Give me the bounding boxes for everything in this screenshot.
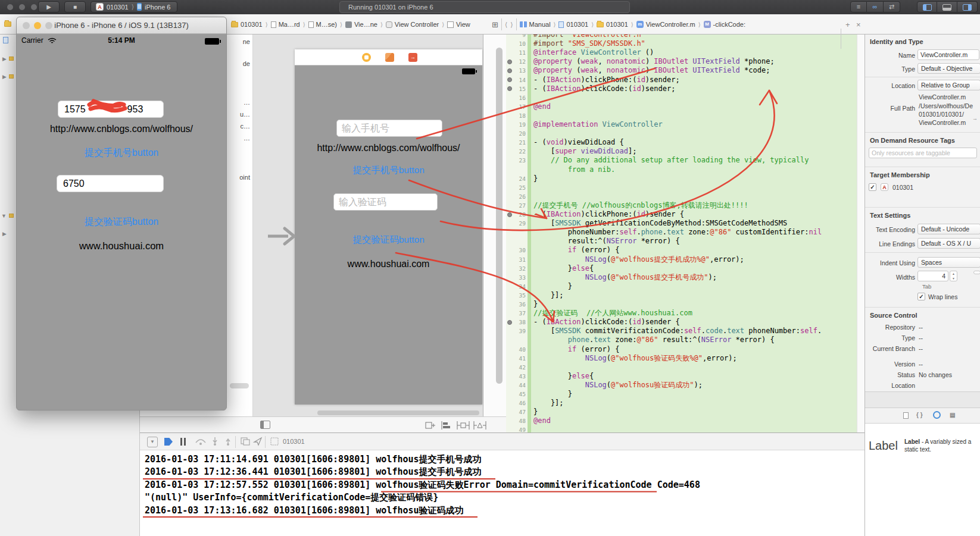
connection-well-icon[interactable] — [507, 68, 512, 73]
code-line[interactable]: 37//提交验证码 //个人网站www.houshuai.com — [506, 309, 864, 318]
indent-width-field[interactable] — [973, 271, 980, 274]
code-line[interactable]: 12@property (weak, nonatomic) IBOutlet U… — [506, 57, 864, 66]
connection-well-icon[interactable] — [507, 77, 512, 82]
outline-item-fragment[interactable]: u… — [240, 111, 250, 118]
tab-width-field[interactable]: 4 — [917, 271, 948, 281]
hide-debug-area-button[interactable]: ▼ — [147, 437, 158, 447]
standard-editor-button[interactable]: ≡ — [850, 1, 867, 12]
code-line[interactable]: 19@implementation ViewController — [506, 120, 864, 129]
pin-constraints-icon[interactable] — [457, 421, 470, 430]
outline-item-fragment[interactable]: c… — [241, 123, 251, 130]
blog-url-label[interactable]: http://www.cnblogs.com/wolfhous/ — [295, 143, 482, 153]
breakpoints-toggle-button[interactable] — [164, 438, 173, 446]
back-chevron-icon[interactable]: ⟨ — [505, 21, 507, 29]
phone-text-field[interactable]: 输入手机号 — [336, 120, 442, 137]
connection-well-icon[interactable] — [507, 320, 512, 325]
code-line[interactable]: 34 } — [506, 282, 864, 291]
canvas-horizontal-scrollbar[interactable] — [317, 410, 479, 415]
code-line[interactable]: 41 NSLog(@"wolfhous验证码失败%@",error); — [506, 354, 864, 363]
code-snippet-library-icon[interactable]: { } — [916, 412, 923, 418]
step-out-icon[interactable] — [223, 437, 233, 446]
assistant-editor-button[interactable]: ∞ — [867, 1, 884, 12]
odr-input[interactable]: Only resources are taggable — [869, 148, 977, 158]
code-line[interactable]: 46 }]; — [506, 399, 864, 408]
zoom-icon[interactable] — [31, 4, 37, 10]
text-encoding-dropdown[interactable]: Default - Unicode — [917, 224, 980, 234]
align-icon[interactable] — [441, 421, 453, 430]
jumpbar-item[interactable]: M…se) — [308, 21, 337, 28]
code-line[interactable]: 20 — [506, 129, 864, 138]
disclosure-triangle-icon[interactable]: ▶ — [2, 231, 7, 237]
disclosure-triangle-icon[interactable]: ▶ — [2, 56, 7, 62]
file-template-library-icon[interactable] — [903, 412, 909, 419]
ios-simulator-window[interactable]: iPhone 6 - iPhone 6 / iOS 9.1 (13B137) C… — [16, 17, 227, 410]
code-line[interactable]: 22 [super viewDidLoad]; — [506, 147, 864, 156]
update-frames-icon[interactable] — [425, 421, 436, 430]
object-library-icon[interactable] — [933, 411, 941, 419]
code-line[interactable]: phoneNumber:self.phone.text zone:@"86" c… — [506, 228, 864, 237]
jumpbar-item[interactable]: Manual — [520, 21, 551, 28]
toggle-debug-area-button[interactable] — [937, 1, 957, 12]
code-line[interactable]: 23 // Do any additional setup after load… — [506, 156, 864, 165]
outline-item-fragment[interactable]: oint — [239, 174, 250, 181]
target-checkbox[interactable]: ✓ — [869, 183, 876, 191]
code-line[interactable]: 45 } — [506, 390, 864, 399]
minimize-icon[interactable] — [19, 4, 25, 10]
first-responder-icon[interactable] — [385, 53, 394, 62]
code-line[interactable]: 35 }]; — [506, 291, 864, 300]
name-field[interactable]: ViewController.m — [917, 49, 979, 60]
code-line[interactable]: 28- (IBAction)clickPhone:(id)sender { — [506, 210, 864, 219]
code-line[interactable]: 44 NSLog(@"wolfhosu验证码成功"); — [506, 381, 864, 390]
code-line[interactable]: 17@end — [506, 102, 864, 111]
code-line[interactable]: 49 — [506, 425, 864, 432]
code-line[interactable]: 30 if (error) { — [506, 246, 864, 255]
submit-code-button[interactable]: 提交验证码button — [295, 234, 482, 246]
indent-using-dropdown[interactable]: Spaces — [917, 257, 980, 268]
jumpbar-item[interactable]: mViewController.m — [636, 21, 695, 28]
code-line[interactable]: phone.text zone:@"86" result:^(NSError *… — [506, 336, 864, 344]
site-label[interactable]: www.houshuai.com — [295, 259, 482, 269]
code-line[interactable]: 18 — [506, 111, 864, 120]
location-dropdown[interactable]: Relative to Group — [917, 80, 980, 90]
version-editor-button[interactable]: ⇄ — [884, 1, 900, 12]
view-controller-scene[interactable]: → 输入手机号 http://www.cnblogs.com/wolfhous/… — [295, 49, 482, 405]
code-line[interactable]: 31 NSLog(@"wolfhous提交手机成功%@",error); — [506, 255, 864, 264]
process-name[interactable]: 010301 — [283, 438, 305, 445]
code-text-field[interactable]: 6750 — [57, 175, 164, 192]
disclosure-triangle-icon[interactable]: ▼ — [1, 213, 7, 219]
toggle-utilities-button[interactable] — [957, 1, 978, 12]
tab-width-stepper[interactable]: ▲▼ — [950, 271, 957, 281]
code-line[interactable]: 40 if (error) { — [506, 345, 864, 354]
code-line[interactable]: 32 }else{ — [506, 264, 864, 273]
line-endings-dropdown[interactable]: Default - OS X / U — [917, 238, 980, 249]
related-items-icon[interactable]: ⊞ — [492, 20, 498, 29]
outline-item-fragment[interactable]: … — [244, 134, 250, 142]
debug-console[interactable]: 2016-01-03 17:11:14.691 010301[1606:8980… — [140, 450, 864, 536]
submit-code-button[interactable]: 提交验证码button — [17, 216, 226, 228]
code-line[interactable]: 24} — [506, 174, 864, 183]
outline-scrollbar[interactable] — [230, 383, 249, 388]
jumpbar-item[interactable]: View Controller — [386, 21, 439, 28]
media-library-icon[interactable]: ▤ — [950, 412, 955, 418]
disclosure-triangle-icon[interactable]: ▶ — [2, 74, 7, 80]
jumpbar-item[interactable]: View — [447, 21, 470, 28]
jumpbar-item[interactable]: Vie…ne — [345, 21, 377, 28]
outline-item-fragment[interactable]: ne — [243, 38, 250, 45]
code-line[interactable]: 39 [SMSSDK commitVerificationCode:self.c… — [506, 327, 864, 336]
code-line[interactable]: 38- (IBAction)clickCode:(id)sender { — [506, 318, 864, 327]
forward-chevron-icon[interactable]: ⟩ — [510, 21, 513, 29]
code-line[interactable]: result:^(NSError *error) { — [506, 237, 864, 246]
assistant-code-editor[interactable]: 9#import "ViewController.h"10#import "SM… — [506, 35, 864, 432]
code-line[interactable]: 26 — [506, 192, 864, 201]
project-folder-icon[interactable] — [4, 21, 11, 27]
code-line[interactable]: 33 NSLog(@"wolfhous提交手机号成功"); — [506, 273, 864, 282]
code-line[interactable]: 36} — [506, 300, 864, 309]
code-line[interactable]: 27//提交手机号 //wolfhous的cnblogs博客,转载请注明出处!!… — [506, 201, 864, 210]
code-line[interactable]: 21- (void)viewDidLoad { — [506, 138, 864, 147]
code-line[interactable]: 48@end — [506, 416, 864, 425]
close-icon[interactable] — [7, 4, 13, 10]
exit-icon[interactable]: → — [408, 53, 417, 62]
code-line[interactable]: from a nib. — [506, 165, 864, 174]
connection-well-icon[interactable] — [507, 212, 512, 217]
code-scrollbar[interactable] — [857, 35, 864, 432]
